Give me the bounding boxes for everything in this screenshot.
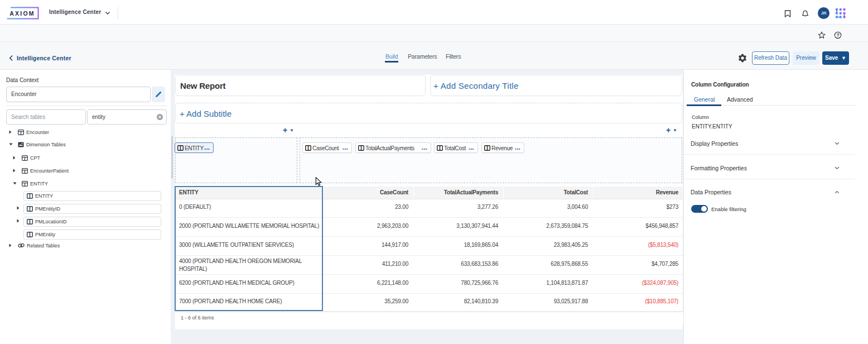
svg-text:AXIOM: AXIOM bbox=[9, 10, 35, 17]
svg-text:?: ? bbox=[836, 32, 839, 38]
